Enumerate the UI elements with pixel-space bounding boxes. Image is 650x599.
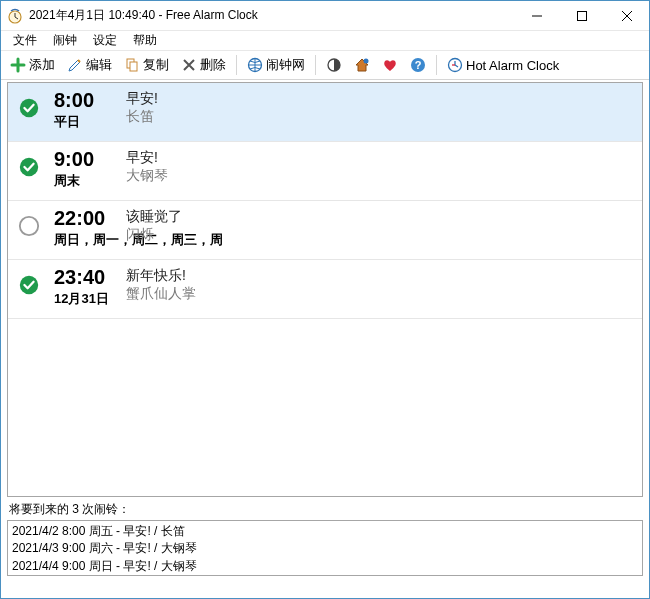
alarm-row[interactable]: 23:40 12月31日 新年快乐! 蟹爪仙人掌 [8, 260, 642, 319]
alarm-sound: 长笛 [126, 108, 158, 126]
alarm-sound: 蟹爪仙人掌 [126, 285, 196, 303]
app-icon [7, 8, 23, 24]
contrast-button[interactable] [321, 53, 347, 77]
website-label: 闹钟网 [266, 56, 305, 74]
alarm-days: 周日，周一，周二，周三，周 [54, 231, 114, 249]
home-button[interactable] [349, 53, 375, 77]
help-icon: ? [410, 57, 426, 73]
menubar: 文件 闹钟 设定 帮助 [1, 31, 649, 51]
svg-rect-2 [577, 11, 586, 20]
upcoming-list[interactable]: 2021/4/2 8:00 周五 - 早安! / 长笛 2021/4/3 9:0… [7, 520, 643, 576]
alarm-days: 平日 [54, 113, 114, 131]
alarm-days: 周末 [54, 172, 114, 190]
svg-point-7 [364, 59, 369, 64]
toolbar-separator-3 [436, 55, 437, 75]
edit-button[interactable]: 编辑 [62, 53, 117, 77]
toolbar: 添加 编辑 复制 删除 闹钟网 [1, 51, 649, 80]
alarm-message: 早安! [126, 90, 158, 108]
maximize-button[interactable] [559, 1, 604, 30]
add-label: 添加 [29, 56, 55, 74]
alarm-row[interactable]: 8:00 平日 早安! 长笛 [8, 83, 642, 142]
upcoming-item: 2021/4/3 9:00 周六 - 早安! / 大钢琴 [12, 540, 638, 557]
minimize-button[interactable] [514, 1, 559, 30]
alarm-days: 12月31日 [54, 290, 114, 308]
unchecked-icon[interactable] [18, 215, 40, 237]
svg-point-12 [20, 158, 38, 176]
delete-label: 删除 [200, 56, 226, 74]
plus-icon [10, 57, 26, 73]
delete-icon [181, 57, 197, 73]
upcoming-item: 2021/4/4 9:00 周日 - 早安! / 大钢琴 [12, 558, 638, 575]
svg-text:?: ? [415, 59, 422, 71]
alarm-time: 8:00 [54, 89, 114, 111]
checkmark-icon[interactable] [18, 274, 40, 296]
alarm-time: 22:00 [54, 207, 114, 229]
alarm-message: 早安! [126, 149, 168, 167]
toolbar-separator [236, 55, 237, 75]
alarm-row[interactable]: 22:00 周日，周一，周二，周三，周 该睡觉了 闪烁 [8, 201, 642, 260]
pencil-icon [67, 57, 83, 73]
titlebar: 2021年4月1日 10:49:40 - Free Alarm Clock [1, 1, 649, 31]
copy-label: 复制 [143, 56, 169, 74]
menu-help[interactable]: 帮助 [125, 30, 165, 51]
globe-icon [247, 57, 263, 73]
checkmark-icon[interactable] [18, 97, 40, 119]
hot-alarm-clock-button[interactable]: Hot Alarm Clock [442, 53, 564, 77]
alarm-sound: 闪烁 [126, 226, 182, 244]
alarm-time: 23:40 [54, 266, 114, 288]
svg-rect-4 [130, 62, 137, 71]
alarm-row[interactable]: 9:00 周末 早安! 大钢琴 [8, 142, 642, 201]
alarm-sound: 大钢琴 [126, 167, 168, 185]
heart-button[interactable] [377, 53, 403, 77]
upcoming-label: 将要到来的 3 次闹铃： [9, 501, 643, 518]
alarm-message: 该睡觉了 [126, 208, 182, 226]
copy-icon [124, 57, 140, 73]
menu-file[interactable]: 文件 [5, 30, 45, 51]
close-button[interactable] [604, 1, 649, 30]
menu-alarm[interactable]: 闹钟 [45, 30, 85, 51]
copy-button[interactable]: 复制 [119, 53, 174, 77]
svg-point-14 [20, 276, 38, 294]
heart-icon [382, 57, 398, 73]
home-icon [354, 57, 370, 73]
delete-button[interactable]: 删除 [176, 53, 231, 77]
alarm-list[interactable]: 8:00 平日 早安! 长笛 9:00 周末 早安! 大钢琴 22:00 周日，… [7, 82, 643, 497]
contrast-icon [326, 57, 342, 73]
add-button[interactable]: 添加 [5, 53, 60, 77]
hot-label: Hot Alarm Clock [466, 58, 559, 73]
help-button[interactable]: ? [405, 53, 431, 77]
toolbar-separator-2 [315, 55, 316, 75]
upcoming-item: 2021/4/2 8:00 周五 - 早安! / 长笛 [12, 523, 638, 540]
clock-icon [447, 57, 463, 73]
website-button[interactable]: 闹钟网 [242, 53, 310, 77]
alarm-message: 新年快乐! [126, 267, 196, 285]
checkmark-icon[interactable] [18, 156, 40, 178]
svg-point-13 [20, 217, 38, 235]
upcoming-panel: 将要到来的 3 次闹铃： 2021/4/2 8:00 周五 - 早安! / 长笛… [1, 501, 649, 582]
window-title: 2021年4月1日 10:49:40 - Free Alarm Clock [29, 7, 258, 24]
menu-settings[interactable]: 设定 [85, 30, 125, 51]
alarm-time: 9:00 [54, 148, 114, 170]
edit-label: 编辑 [86, 56, 112, 74]
svg-point-11 [20, 99, 38, 117]
